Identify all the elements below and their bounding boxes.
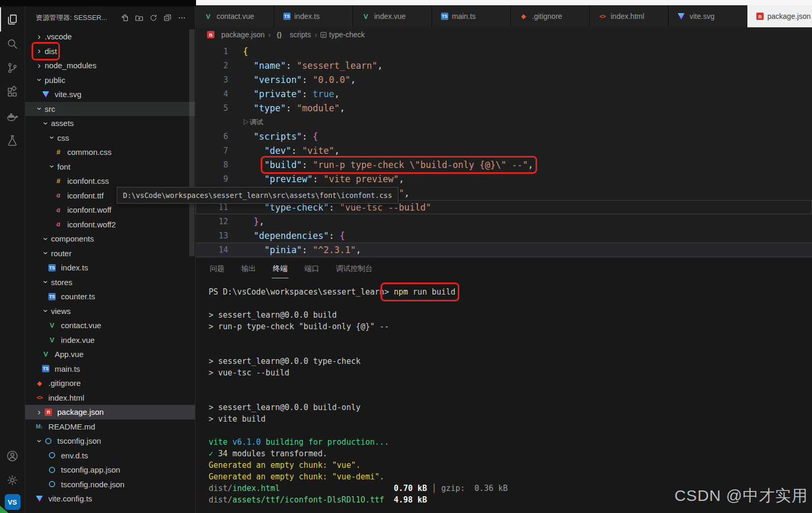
breadcrumb-item-type-check[interactable]: type-check [321,30,365,39]
tree-item-router[interactable]: router [25,246,195,261]
tree-item-env.d.ts[interactable]: env.d.ts [25,448,195,463]
panel-tab-输出[interactable]: 输出 [240,259,257,278]
tree-item-main.ts[interactable]: TSmain.ts [25,362,195,376]
tree-item-vite.svg[interactable]: vite.svg [25,87,195,102]
tree-item-assets[interactable]: assets [25,116,195,131]
activity-source-control-icon[interactable] [0,56,25,80]
tree-item-iconfont.css[interactable]: #iconfont.css [25,174,195,189]
tab-index.vue[interactable]: Vindex.vue [353,5,432,27]
sidebar-scrollbar[interactable] [189,29,194,256]
tree-item-common.css[interactable]: #common.css [25,145,195,160]
tree-item-tsconfig.json[interactable]: tsconfig.json [25,434,195,448]
chevron-down-icon[interactable] [42,307,50,316]
code-line-8[interactable]: 8 "build": "run-p type-check \"build-onl… [196,158,812,172]
more-icon[interactable] [177,13,187,23]
tab-index.ts[interactable]: TSindex.ts [274,5,353,27]
tree-item-vite.config.ts[interactable]: vite.config.ts [25,491,195,506]
tree-item-.gitignore[interactable]: ◆.gitignore [25,376,195,391]
tree-item-index.html[interactable]: <>index.html [25,391,195,405]
code-line-14[interactable]: 14 "pinia": "^2.3.1", [196,243,812,257]
activity-docker-icon[interactable] [0,104,25,128]
chevron-right-icon[interactable] [35,61,44,70]
chevron-right-icon[interactable] [35,33,44,41]
line-number: 1 [196,47,228,56]
tree-item-iconfont.woff2[interactable]: aiconfont.woff2 [25,217,195,232]
tab-package.json[interactable]: npackage.json [747,5,812,27]
tree-item-public[interactable]: public [25,73,195,88]
chevron-down-icon[interactable] [35,436,44,445]
titlebar-strip [0,0,196,6]
breadcrumb-separator-icon: › [269,30,271,39]
editor[interactable]: 1{2 "name": "sessert_learn",3 "version":… [196,42,812,257]
chevron-down-icon[interactable] [35,76,44,85]
code-line-1[interactable]: 1{ [196,44,812,58]
breadcrumb-item-scripts[interactable]: {}scripts [274,30,311,39]
tree-item-package.json[interactable]: npackage.json [25,405,195,420]
explorer-sidebar: 资源管理器: SESSER... .vscodedistnode_modules… [25,0,196,513]
breadcrumb-item-package.json[interactable]: npackage.json [206,30,265,39]
code-line-12[interactable]: 12 }, [196,214,812,228]
tree-item-iconfont.woff[interactable]: aiconfont.woff [25,203,195,217]
code-line-2[interactable]: 2 "name": "sessert_learn", [196,58,812,72]
codelens-row[interactable]: ▷调试 [196,115,812,129]
tree-item-src[interactable]: src [25,102,195,117]
chevron-right-icon[interactable] [35,408,44,416]
collapse-all-icon[interactable] [163,13,172,23]
tree-item-font[interactable]: font [25,160,195,174]
chevron-down-icon[interactable] [42,278,50,287]
tab-label: .gitignore [532,12,562,20]
tree-item-index.ts[interactable]: TSindex.ts [25,260,195,275]
tree-item-tsconfig.node.json[interactable]: tsconfig.node.json [25,477,195,492]
activity-settings-icon[interactable] [0,468,25,492]
tree-item-contact.vue[interactable]: Vcontact.vue [25,318,195,333]
tree-item-index.vue[interactable]: Vindex.vue [25,333,195,348]
code-line-9[interactable]: 9 "preview": "vite preview", [196,172,812,186]
tree-item-views[interactable]: views [25,304,195,319]
code-token: { [243,46,248,57]
tree-item-App.vue[interactable]: VApp.vue [25,347,195,362]
tab-.gitignore[interactable]: ◆.gitignore [511,5,590,27]
panel-tab-端口[interactable]: 端口 [303,259,320,278]
tree-item-node_modules[interactable]: node_modules [25,58,195,73]
tree-item-stores[interactable]: stores [25,275,195,290]
tree-item-tsconfig.app.json[interactable]: tsconfig.app.json [25,463,195,477]
panel-tab-调试控制台[interactable]: 调试控制台 [335,259,374,278]
chevron-down-icon[interactable] [42,249,50,258]
tree-item-components[interactable]: components [25,232,195,246]
activity-lab-icon[interactable] [0,128,25,152]
panel-tab-问题[interactable]: 问题 [209,259,225,278]
code-line-3[interactable]: 3 "version": "0.0.0", [196,72,812,87]
new-file-icon[interactable] [120,13,130,23]
tab-contact.vue[interactable]: Vcontact.vue [196,5,274,27]
tree-item-css[interactable]: css [25,131,195,145]
new-folder-icon[interactable] [135,13,144,23]
chevron-down-icon[interactable] [42,234,50,243]
refresh-icon[interactable] [149,13,158,23]
chevron-down-icon[interactable] [48,162,56,171]
panel-tab-终端[interactable]: 终端 [272,259,289,278]
tree-item-README.md[interactable]: M↓README.md [25,420,195,434]
activity-search-icon[interactable] [0,32,25,56]
code-line-13[interactable]: 13 "dependencies": { [196,228,812,243]
code-line-7[interactable]: 7 "dev": "vite", [196,143,812,158]
terminal[interactable]: PS D:\vsCode\workspaces\sessert_learn> n… [196,279,812,513]
chevron-right-icon[interactable] [35,47,44,55]
tree-item-.vscode[interactable]: .vscode [25,29,195,44]
tab-vite.svg[interactable]: vite.svg [669,5,747,27]
tree-item-dist[interactable]: dist [25,44,195,59]
chevron-down-icon[interactable] [42,119,50,128]
tree-item-label: dist [45,47,57,56]
code-line-4[interactable]: 4 "private": true, [196,87,812,101]
chevron-down-icon[interactable] [48,133,56,142]
breadcrumb-label: scripts [290,30,311,39]
activity-extensions-icon[interactable] [0,80,25,104]
tree-item-counter.ts[interactable]: TScounter.ts [25,289,195,304]
tab-main.ts[interactable]: TSmain.ts [432,5,511,27]
code-line-6[interactable]: 6 "scripts": { [196,129,812,143]
vscode-logo-badge[interactable]: VS [5,494,20,510]
chevron-down-icon[interactable] [35,104,44,113]
activity-account-icon[interactable] [0,444,25,468]
code-line-5[interactable]: 5 "type": "module", [196,101,812,115]
activity-explorer-icon[interactable] [0,7,25,32]
tab-index.html[interactable]: <>index.html [590,5,669,27]
